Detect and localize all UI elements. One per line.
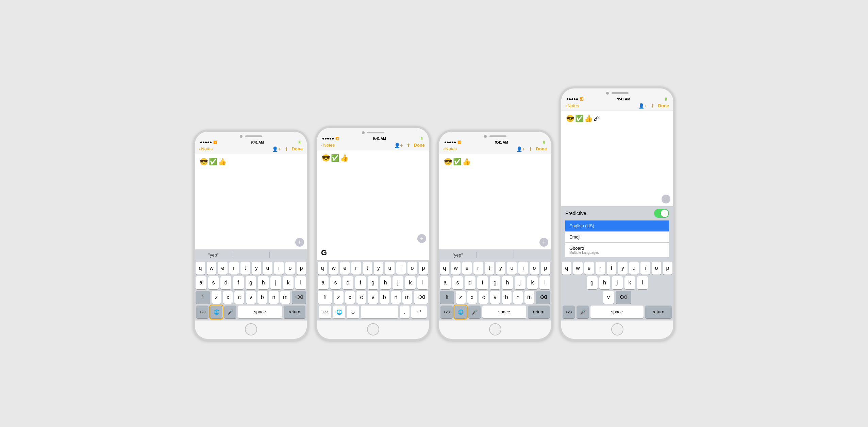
- space-key[interactable]: space: [482, 306, 526, 318]
- predictive-word-1[interactable]: "yep": [439, 252, 476, 258]
- delete-key[interactable]: ⌫: [292, 291, 306, 304]
- key-l[interactable]: l: [417, 276, 428, 289]
- key-h[interactable]: h: [599, 276, 610, 289]
- key-y[interactable]: y: [618, 262, 628, 275]
- key-x[interactable]: x: [345, 291, 355, 304]
- key-i[interactable]: i: [640, 262, 650, 275]
- key-123[interactable]: 123: [196, 306, 208, 318]
- enter-key[interactable]: ↵: [411, 306, 427, 318]
- share-icon[interactable]: ⬆: [651, 103, 655, 109]
- key-b[interactable]: b: [257, 291, 267, 304]
- key-s[interactable]: s: [208, 276, 219, 289]
- add-contact-icon[interactable]: 👤+: [638, 103, 647, 109]
- globe-key[interactable]: 🌐: [333, 306, 345, 318]
- key-k[interactable]: k: [624, 276, 635, 289]
- key-v[interactable]: v: [246, 291, 256, 304]
- key-b[interactable]: b: [380, 291, 389, 304]
- phone-1-back-btn[interactable]: ‹ Notes: [199, 146, 213, 151]
- key-k[interactable]: k: [405, 276, 416, 289]
- home-btn-circle[interactable]: [611, 323, 623, 335]
- key-e[interactable]: e: [340, 262, 350, 275]
- key-k[interactable]: k: [527, 276, 538, 289]
- key-o[interactable]: o: [407, 262, 417, 275]
- key-t[interactable]: t: [607, 262, 616, 275]
- key-i[interactable]: i: [518, 262, 528, 275]
- key-v[interactable]: v: [603, 291, 614, 304]
- add-button[interactable]: +: [295, 238, 304, 247]
- shift-key[interactable]: ⇧: [440, 291, 454, 304]
- key-g[interactable]: g: [246, 276, 256, 289]
- key-v[interactable]: v: [368, 291, 378, 304]
- key-l[interactable]: l: [539, 276, 550, 289]
- key-j[interactable]: j: [612, 276, 623, 289]
- return-key[interactable]: return: [284, 306, 305, 318]
- key-d[interactable]: d: [220, 276, 231, 289]
- key-123[interactable]: 123: [440, 306, 453, 318]
- key-123[interactable]: 123: [563, 306, 575, 318]
- key-p[interactable]: p: [541, 262, 550, 275]
- key-y[interactable]: y: [374, 262, 383, 275]
- key-g[interactable]: g: [368, 276, 379, 289]
- key-s[interactable]: s: [452, 276, 463, 289]
- done-btn[interactable]: Done: [292, 146, 303, 151]
- phone-3-notes-content[interactable]: 😎✅👍 +: [439, 154, 551, 249]
- home-button-4[interactable]: [561, 321, 673, 339]
- key-j[interactable]: j: [393, 276, 403, 289]
- key-q[interactable]: q: [318, 262, 327, 275]
- key-z[interactable]: z: [334, 291, 344, 304]
- key-j[interactable]: j: [270, 276, 281, 289]
- key-i[interactable]: i: [396, 262, 406, 275]
- done-btn[interactable]: Done: [536, 146, 547, 151]
- key-m[interactable]: m: [280, 291, 290, 304]
- key-r[interactable]: r: [229, 262, 239, 275]
- key-g[interactable]: g: [490, 276, 501, 289]
- key-g[interactable]: g: [587, 276, 598, 289]
- predictive-toggle[interactable]: [654, 209, 669, 218]
- add-contact-icon[interactable]: 👤+: [272, 146, 281, 152]
- mic-key[interactable]: 🎤: [577, 306, 589, 318]
- key-r[interactable]: r: [473, 262, 483, 275]
- key-t[interactable]: t: [240, 262, 250, 275]
- key-123[interactable]: 123: [319, 306, 331, 318]
- key-o[interactable]: o: [530, 262, 539, 275]
- phone-1-notes-content[interactable]: 😎✅👍 +: [195, 154, 307, 249]
- key-n[interactable]: n: [269, 291, 279, 304]
- key-a[interactable]: a: [318, 276, 329, 289]
- home-btn-circle[interactable]: [367, 323, 379, 335]
- shift-key[interactable]: ⇧: [196, 291, 210, 304]
- return-key[interactable]: return: [645, 306, 672, 318]
- key-z[interactable]: z: [212, 291, 221, 304]
- key-m[interactable]: m: [524, 291, 534, 304]
- phone-4-back-btn[interactable]: ‹ Notes: [565, 103, 579, 108]
- key-o[interactable]: o: [285, 262, 295, 275]
- key-w[interactable]: w: [329, 262, 338, 275]
- key-t[interactable]: t: [363, 262, 372, 275]
- key-x[interactable]: x: [467, 291, 477, 304]
- space-key[interactable]: space: [590, 306, 644, 318]
- space-key[interactable]: [361, 306, 398, 318]
- predictive-word-1[interactable]: "yep": [195, 252, 232, 258]
- key-h[interactable]: h: [502, 276, 513, 289]
- key-f[interactable]: f: [355, 276, 366, 289]
- phone-3-back-btn[interactable]: ‹ Notes: [443, 146, 457, 151]
- key-w[interactable]: w: [451, 262, 461, 275]
- key-e[interactable]: e: [584, 262, 594, 275]
- key-m[interactable]: m: [402, 291, 412, 304]
- home-btn-circle[interactable]: [489, 323, 501, 335]
- key-r[interactable]: r: [351, 262, 361, 275]
- key-s[interactable]: s: [330, 276, 341, 289]
- add-contact-icon[interactable]: 👤+: [394, 143, 403, 148]
- add-contact-icon[interactable]: 👤+: [516, 146, 525, 152]
- delete-key[interactable]: ⌫: [414, 291, 428, 304]
- key-u[interactable]: u: [263, 262, 272, 275]
- key-y[interactable]: y: [252, 262, 261, 275]
- done-btn[interactable]: Done: [414, 143, 425, 148]
- key-a[interactable]: a: [196, 276, 206, 289]
- key-z[interactable]: z: [456, 291, 466, 304]
- phone-2-back-btn[interactable]: ‹ Notes: [321, 143, 335, 148]
- key-p[interactable]: p: [663, 262, 672, 275]
- key-f[interactable]: f: [477, 276, 488, 289]
- key-u[interactable]: u: [629, 262, 639, 275]
- emoji-key[interactable]: ☺: [347, 306, 359, 318]
- keyboard-option-english[interactable]: English (US): [565, 220, 669, 231]
